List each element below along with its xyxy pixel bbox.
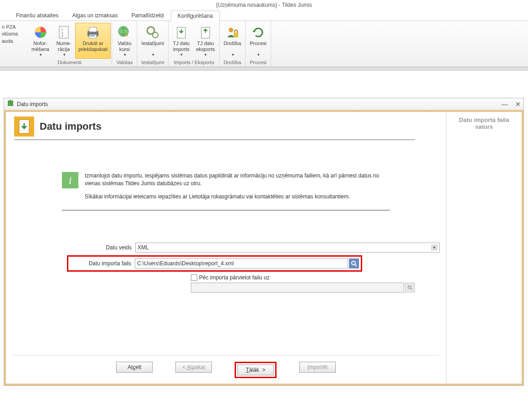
chevron-down-icon: ▾ [257,52,260,57]
dialog-datu-imports: Datu imports — ✕ Datu imports i [4,98,524,386]
left-text-2: olūsma [2,30,26,37]
noformesana-button[interactable]: Nofor- mēšana▾ [28,23,52,59]
refresh-icon [251,25,266,40]
numeracija-label: Nume- rācija [56,40,72,52]
minimize-button[interactable]: — [502,101,508,108]
dialog-title-text: Datu imports [17,101,48,107]
ribbon-left-fragment: n PZA olūsma auda [0,21,27,66]
tab-algas[interactable]: Algas un izmaksas [65,10,124,20]
iestatijumi-label: Iestatījumi [141,40,164,46]
group-label-iestatijumi: Iestatījumi [141,59,164,66]
cancel-button[interactable]: Atcelt [116,362,153,373]
globe-download-icon [117,25,132,40]
tj-eksports-button[interactable]: TJ datu eksports▾ [193,23,218,59]
browse-file-button[interactable] [349,258,359,268]
button-bar: Atcelt < Atpakaļ Tālāk > Importēt [12,355,440,384]
group-valutas: Valūtu kursi▾ Valūtas [112,21,137,66]
drosiba-button[interactable]: Drošība▾ [220,23,245,59]
svg-line-21 [355,264,357,266]
checkbox-label: Pēc importa pārvietot failu uz [199,274,270,281]
next-button[interactable]: Tālāk > [237,364,274,375]
group-label-drosiba: Drošība [224,59,241,66]
ribbon-tabs: Finanšu atskaites Algas un izmaksas Pama… [0,10,528,21]
svg-point-12 [153,32,158,38]
drukat-label: Drukāt ar priekšapskati [78,40,108,52]
user-lock-icon [225,25,240,40]
chevron-down-icon: ▾ [180,52,183,57]
importa-fails-value: C:\Users\Eduards\Desktop\report_4.xml [137,260,234,267]
tj-imports-label: TJ datu imports [173,40,190,52]
group-imports-eksports: TJ datu imports▾ TJ datu eksports▾ Impor… [169,21,219,66]
valutu-label: Valūtu kursi [118,40,131,52]
svg-point-18 [10,100,11,101]
svg-rect-2 [59,26,68,38]
group-drosiba: Drošība▾ Drošība [220,21,246,66]
svg-point-15 [229,28,233,32]
export-icon [198,25,213,40]
importa-fails-input[interactable]: C:\Users\Eduards\Desktop\report_4.xml [135,258,348,268]
drukat-button[interactable]: Drukāt ar priekšapskati [75,23,111,59]
group-label-valutas: Valūtas [116,59,133,66]
numbered-page-icon: 123 [56,25,71,40]
noformesana-label: Nofor- mēšana [31,40,49,52]
group-procesi: Procesi▾ Procesi [246,21,271,66]
dialog-titlebar: Datu imports — ✕ [4,98,523,110]
iestatijumi-button[interactable]: Iestatījumi▾ [138,23,167,59]
puzzle-icon [7,100,14,108]
ribbon: n PZA olūsma auda Nofor- mēšana▾ 123 Num… [0,21,528,67]
chevron-down-icon: ▾ [431,245,437,250]
group-dokumenti: Nofor- mēšana▾ 123 Nume- rācija▾ Drukāt … [27,21,112,66]
tab-pamatlidzekli[interactable]: Pamatlīdzekļi [124,10,170,20]
info-paragraph-2: Sīkākai informācijai ieteicams iepazītie… [85,193,390,201]
svg-rect-7 [89,27,97,32]
chevron-down-icon: ▾ [124,52,126,57]
page-title: Datu imports [40,121,102,132]
tj-eksports-label: TJ datu eksports [196,40,215,52]
chevron-down-icon: ▾ [152,52,154,57]
printer-icon [86,25,100,40]
chevron-down-icon: ▾ [205,52,207,57]
left-text-1: n PZA [2,24,26,30]
move-destination-input [191,283,404,293]
chevron-down-icon: ▾ [63,52,66,57]
browse-destination-button [405,283,415,293]
spacer-bar [0,67,528,71]
numeracija-button[interactable]: 123 Nume- rācija▾ [52,23,75,59]
page-import-icon [14,116,34,137]
window-title: {Uzņēmuma nosaukums} - Tildes Jumis [0,0,528,10]
info-paragraph-1: Izmantojot datu importu, iespējams sistē… [85,172,390,187]
group-iestatijumi: Iestatījumi▾ Iestatījumi [137,21,169,66]
highlight-next-button: Tālāk > [235,362,277,378]
left-text-3: auda [2,38,26,45]
group-label-dokumenti: Dokumenti [57,59,82,66]
datu-veids-value: XML [138,244,149,251]
color-wheel-icon [33,25,48,40]
tab-konfiguresana[interactable]: Konfigurēšana [171,10,220,21]
svg-line-23 [410,288,412,290]
label-importa-fails: Datu importa fails [70,260,135,267]
group-label-impexp: Imports / Eksports [174,59,214,66]
info-icon: i [62,172,78,188]
drosiba-label: Drošība [224,40,241,46]
datu-veids-select[interactable]: XML ▾ [135,243,440,253]
back-button: < Atpakaļ [175,362,212,373]
tj-imports-button[interactable]: TJ datu imports▾ [169,23,193,59]
chevron-down-icon: ▾ [40,52,42,57]
procesi-button[interactable]: Procesi▾ [246,23,270,59]
highlight-file-row: Datu importa fails C:\Users\Eduards\Desk… [67,255,362,272]
chevron-down-icon: ▾ [232,52,234,57]
svg-rect-9 [90,35,95,36]
svg-point-20 [352,261,355,265]
gears-icon [145,25,160,40]
procesi-label: Procesi [250,40,267,46]
group-label-procesi: Procesi [250,59,267,66]
right-pane-title: Datu importa faila saturs [450,116,518,130]
label-datu-veids: Datu veids [67,244,135,251]
close-button[interactable]: ✕ [515,101,521,108]
import-button: Importēt [299,362,336,373]
move-after-import-checkbox[interactable] [191,274,197,281]
valutu-kursi-button[interactable]: Valūtu kursi▾ [113,23,136,59]
svg-rect-16 [234,33,238,37]
import-icon [174,25,189,40]
tab-finansu[interactable]: Finanšu atskaites [9,10,65,20]
